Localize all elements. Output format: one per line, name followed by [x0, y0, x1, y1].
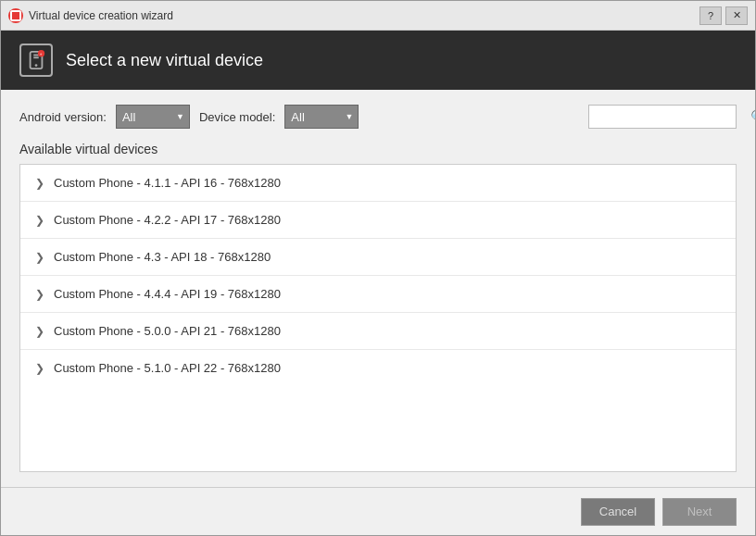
list-item[interactable]: ❯Custom Phone - 4.3 - API 18 - 768x1280 — [20, 239, 736, 276]
list-item[interactable]: ❯Custom Phone - 5.0.0 - API 21 - 768x128… — [20, 313, 736, 350]
chevron-down-icon: ❯ — [35, 288, 44, 301]
device-name: Custom Phone - 4.1.1 - API 16 - 768x1280 — [54, 176, 281, 190]
android-version-select[interactable]: All — [116, 105, 190, 129]
window: Virtual device creation wizard ? ✕ + Sel… — [0, 0, 756, 536]
window-title: Virtual device creation wizard — [29, 9, 699, 22]
device-list-container[interactable]: ❯Custom Phone - 4.1.1 - API 16 - 768x128… — [19, 164, 737, 472]
chevron-down-icon: ❯ — [35, 214, 44, 227]
android-version-select-wrapper: All — [116, 105, 190, 129]
device-name: Custom Phone - 4.3 - API 18 - 768x1280 — [54, 250, 271, 264]
device-model-label: Device model: — [199, 110, 275, 124]
header-bar: + Select a new virtual device — [1, 31, 755, 90]
filter-row: Android version: All Device model: All 🔍 — [19, 105, 737, 129]
window-controls: ? ✕ — [699, 6, 748, 25]
footer: Cancel Next — [1, 487, 755, 535]
list-item[interactable]: ❯Custom Phone - 4.2.2 - API 17 - 768x128… — [20, 202, 736, 239]
section-title: Available virtual devices — [19, 142, 737, 156]
device-name: Custom Phone - 4.4.4 - API 19 - 768x1280 — [54, 287, 281, 301]
chevron-down-icon: ❯ — [35, 177, 44, 190]
close-button[interactable]: ✕ — [725, 6, 748, 25]
help-button[interactable]: ? — [699, 6, 722, 25]
device-icon: + — [19, 44, 53, 77]
title-bar: Virtual device creation wizard ? ✕ — [1, 1, 755, 31]
android-version-label: Android version: — [19, 110, 107, 124]
device-model-select[interactable]: All — [284, 105, 359, 129]
chevron-down-icon: ❯ — [35, 362, 44, 375]
search-input[interactable] — [595, 110, 750, 124]
page-title: Select a new virtual device — [66, 51, 263, 70]
search-box: 🔍 — [588, 105, 737, 129]
device-name: Custom Phone - 5.0.0 - API 21 - 768x1280 — [54, 324, 281, 338]
svg-text:+: + — [40, 52, 43, 56]
search-icon: 🔍 — [750, 109, 755, 124]
device-model-select-wrapper: All — [284, 105, 359, 129]
app-icon — [8, 8, 23, 23]
chevron-down-icon: ❯ — [35, 251, 44, 264]
list-item[interactable]: ❯Custom Phone - 4.1.1 - API 16 - 768x128… — [20, 165, 736, 202]
cancel-button[interactable]: Cancel — [581, 498, 655, 526]
content-area: Android version: All Device model: All 🔍… — [1, 90, 755, 487]
list-item[interactable]: ❯Custom Phone - 5.1.0 - API 22 - 768x128… — [20, 350, 736, 386]
chevron-down-icon: ❯ — [35, 325, 44, 338]
device-name: Custom Phone - 4.2.2 - API 17 - 768x1280 — [54, 213, 281, 227]
device-name: Custom Phone - 5.1.0 - API 22 - 768x1280 — [54, 361, 281, 375]
list-item[interactable]: ❯Custom Phone - 4.4.4 - API 19 - 768x128… — [20, 276, 736, 313]
device-list: ❯Custom Phone - 4.1.1 - API 16 - 768x128… — [20, 165, 736, 386]
next-button[interactable]: Next — [662, 498, 737, 526]
